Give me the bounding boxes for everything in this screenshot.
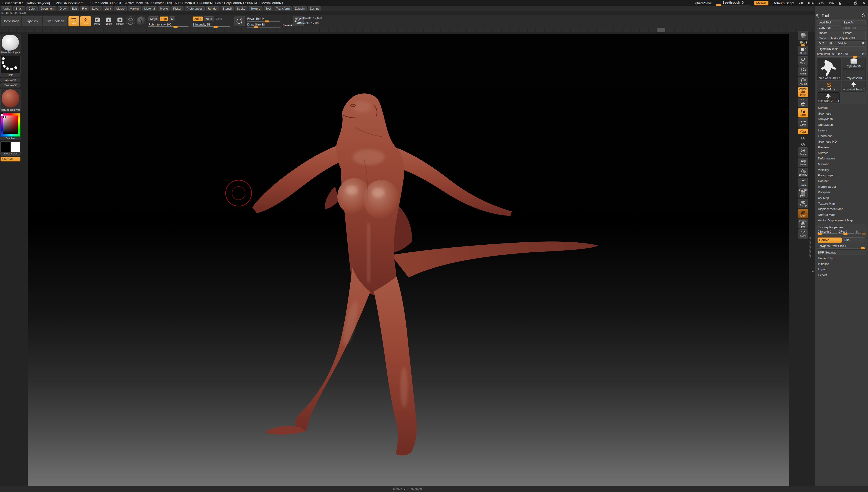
- dynamic-draw-size-toggle[interactable]: Dynamic: [283, 24, 293, 26]
- focal-shift-slider[interactable]: [247, 21, 281, 22]
- section-uv-map[interactable]: UV Map: [815, 195, 868, 201]
- section-arraymesh[interactable]: ArrayMesh: [815, 116, 868, 122]
- tool-thumb-orca-2019[interactable]: orca work 2019 f: [817, 93, 840, 103]
- dres-slider[interactable]: DRes 3: [838, 229, 854, 234]
- xpose-button[interactable]: Xpose: [798, 229, 808, 239]
- menus-toggle-button[interactable]: Menus: [754, 1, 768, 5]
- current-tool-handle[interactable]: [852, 55, 857, 58]
- edit-mode-button[interactable]: Edit: [68, 16, 79, 26]
- menu-transform[interactable]: Transform: [274, 6, 292, 11]
- bpr-render-button[interactable]: BPR: [798, 31, 808, 40]
- rotate-on-y-button[interactable]: y: [798, 135, 808, 141]
- aahalf-button[interactable]: AAHalf: [798, 77, 808, 86]
- tray-open-icon[interactable]: ▲: [403, 488, 405, 490]
- current-alpha-thumbnail[interactable]: Alpha Off: [0, 78, 21, 82]
- rgb-intensity-slider[interactable]: [149, 26, 188, 27]
- goz-button[interactable]: GoZ: [817, 41, 827, 46]
- rotate-mode-button[interactable]: R Rotate: [115, 16, 125, 26]
- section-polypaint[interactable]: Polypaint: [815, 190, 868, 195]
- z-intensity-slider[interactable]: [192, 26, 230, 27]
- goz-r-button[interactable]: R: [861, 41, 866, 46]
- rgb-button[interactable]: Rgb: [160, 17, 169, 21]
- restore-window-icon[interactable]: [854, 1, 858, 5]
- flip-normals-button[interactable]: Flip: [843, 237, 865, 243]
- section-visibility[interactable]: Visibility: [815, 167, 868, 173]
- section-masking[interactable]: Masking: [815, 162, 868, 167]
- menu-document[interactable]: Document: [39, 6, 56, 11]
- lightbox-tools-button[interactable]: Lightbox▶Tools: [817, 47, 866, 51]
- current-texture-thumbnail[interactable]: Texture Off: [0, 83, 21, 88]
- menu-edit[interactable]: Edit: [70, 6, 79, 11]
- menu-movie[interactable]: Movie: [158, 6, 170, 11]
- polyframe-button[interactable]: Line Fill PolyF: [798, 188, 808, 198]
- menu-layer[interactable]: Layer: [90, 6, 102, 11]
- menu-file[interactable]: File: [80, 6, 89, 11]
- goz-visible-button[interactable]: Visible: [837, 41, 860, 46]
- saturation-square[interactable]: [3, 116, 18, 134]
- actual-size-button[interactable]: x1 Actual: [798, 67, 808, 76]
- current-stroke-thumbnail[interactable]: Dots: [0, 55, 21, 77]
- draw-size-slider[interactable]: [247, 27, 281, 28]
- right-shelf-scrollbar[interactable]: [810, 237, 811, 259]
- transparency-button[interactable]: Transp: [798, 199, 808, 208]
- scale-mode-button[interactable]: S Scale: [103, 16, 114, 26]
- live-boolean-button[interactable]: Live Boolean: [43, 16, 67, 26]
- document-canvas[interactable]: [28, 34, 789, 486]
- color-picker[interactable]: Gradient: [0, 113, 21, 140]
- menu-stencil[interactable]: Stencil: [220, 6, 234, 11]
- menu-picker[interactable]: Picker: [171, 6, 183, 11]
- dres-handle[interactable]: [843, 233, 848, 235]
- menu-zplugin[interactable]: Zplugin: [293, 6, 307, 11]
- current-tool-slider[interactable]: orca work 2019 feb . 48 R: [817, 52, 866, 57]
- paste-tool-button[interactable]: Paste Tool: [842, 25, 866, 30]
- section-subtool[interactable]: Subtool: [815, 105, 868, 111]
- menu-macro[interactable]: Macro: [114, 6, 127, 11]
- lsym-button[interactable]: L.Sym: [798, 118, 808, 128]
- dsmooth-track[interactable]: [817, 233, 837, 234]
- menu-tool[interactable]: Tool: [264, 6, 273, 11]
- pds-track[interactable]: [817, 248, 865, 248]
- menu-material[interactable]: Material: [142, 6, 157, 11]
- main-color-swatch[interactable]: [1, 142, 10, 152]
- bpr-settings-section[interactable]: BPR Settings: [817, 249, 866, 255]
- section-normal-map[interactable]: Normal Map: [815, 212, 868, 218]
- close-window-icon[interactable]: ×: [862, 1, 866, 5]
- section-layers[interactable]: Layers: [815, 128, 868, 133]
- panel-divider-arrow[interactable]: ▶: [812, 270, 814, 273]
- hue-ring-icon[interactable]: [1, 113, 20, 137]
- tool-thumb-orca-base[interactable]: orca work base 2: [842, 81, 866, 92]
- pds-handle[interactable]: [861, 247, 865, 249]
- menu-light[interactable]: Light: [103, 6, 113, 11]
- es-handle[interactable]: [861, 233, 866, 235]
- rotate-on-z-button[interactable]: z: [798, 141, 808, 147]
- section-nanomesh[interactable]: NanoMesh: [815, 122, 868, 128]
- spix-handle[interactable]: [801, 44, 805, 46]
- floor-button[interactable]: x y z Floor: [798, 98, 808, 107]
- section-geometry[interactable]: Geometry: [815, 111, 868, 117]
- section-morph-target[interactable]: Morph Target: [815, 184, 868, 190]
- section-deformation[interactable]: Deformation: [815, 156, 868, 162]
- quicksave-button[interactable]: QuickSave: [695, 1, 712, 5]
- minimize-icon[interactable]: [846, 1, 850, 5]
- section-initialize[interactable]: Initialize: [815, 261, 868, 267]
- local-button[interactable]: Local: [798, 108, 808, 118]
- move-3d-button[interactable]: Move: [798, 157, 808, 167]
- secondary-color-swatch[interactable]: [10, 142, 21, 152]
- menu-texture[interactable]: Texture: [248, 6, 262, 11]
- rotate-3d-button[interactable]: Rotate: [798, 178, 808, 188]
- switch-color-widget[interactable]: SwitchColor: [0, 142, 21, 155]
- display-properties-title[interactable]: Display Properties: [818, 225, 866, 229]
- spix-track[interactable]: [798, 45, 808, 45]
- menu-zscript[interactable]: Zscript: [308, 6, 321, 11]
- preview-sphere-button[interactable]: [137, 17, 146, 26]
- export-button[interactable]: Export: [842, 31, 866, 35]
- goz-all-button[interactable]: All: [828, 41, 836, 46]
- zadd-button[interactable]: Zadd: [192, 17, 203, 21]
- rotate-on-xyz-button[interactable]: xyz: [798, 128, 808, 134]
- current-tool-r-button[interactable]: R: [861, 52, 866, 56]
- import-button[interactable]: Import: [817, 31, 841, 35]
- scroll-button[interactable]: Scroll: [798, 46, 808, 55]
- lock-ui-icon[interactable]: [838, 1, 842, 5]
- make-polymesh3d-button[interactable]: Make PolyMesh3D: [830, 36, 866, 41]
- sculptris-pro-button[interactable]: [126, 17, 135, 26]
